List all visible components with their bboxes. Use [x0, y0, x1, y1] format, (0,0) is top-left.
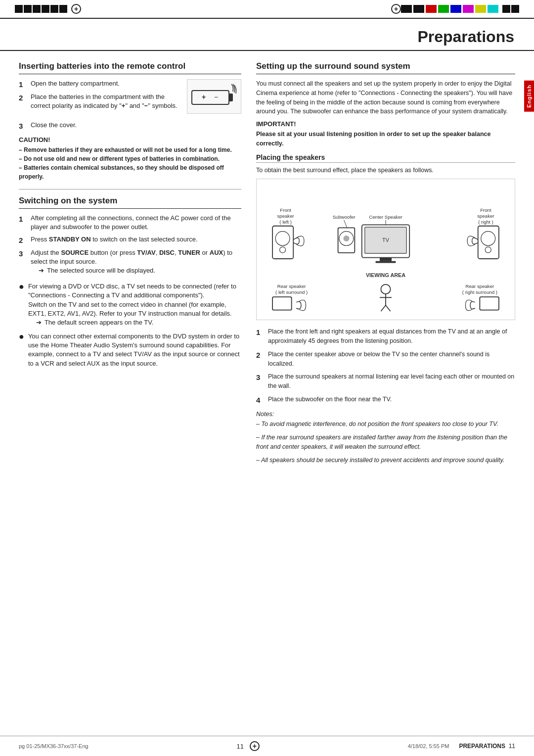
note-3: – All speakers should be securely instal… [256, 456, 515, 465]
switching-arrow-1: ➔ The selected source will be displayed. [39, 266, 241, 275]
svg-text:( left ): ( left ) [279, 219, 292, 225]
english-tab: English [524, 81, 534, 112]
color-block-magenta [463, 5, 474, 13]
black-blocks-right [502, 5, 519, 13]
top-bar-left: + [0, 0, 267, 18]
main-content: Inserting batteries into the remote cont… [0, 51, 534, 469]
crosshair-right: + [391, 4, 401, 14]
svg-rect-19 [272, 226, 293, 259]
notes-block: Notes: – To avoid magnetic interference,… [256, 411, 515, 465]
color-block-k1 [401, 5, 412, 13]
svg-text:( right surround ): ( right surround ) [462, 289, 497, 295]
black-block-2 [24, 5, 32, 13]
svg-text:Rear speaker: Rear speaker [465, 284, 494, 289]
placing-intro: To obtain the best surround effect, plac… [256, 166, 515, 175]
black-block-1 [15, 5, 23, 13]
top-bar-right: + [267, 0, 534, 18]
svg-point-21 [280, 247, 286, 253]
svg-text:( right ): ( right ) [478, 219, 493, 225]
svg-text:VIEWING AREA: VIEWING AREA [366, 273, 405, 279]
color-blocks-right [401, 5, 498, 13]
switching-section-title: Switching on the system [19, 195, 241, 209]
svg-point-15 [343, 236, 349, 241]
svg-text:−: − [214, 93, 218, 101]
switching-step-1: 1 After completing all the connections, … [19, 214, 241, 232]
switching-steps: 1 After completing all the connections, … [19, 214, 241, 277]
black-blocks-left [15, 5, 67, 13]
important-title: IMPORTANT! [256, 120, 515, 128]
placing-step-4: 4 Place the subwoofer on the floor near … [256, 395, 515, 406]
battery-image: + − [187, 79, 241, 114]
section-switching: Switching on the system 1 After completi… [19, 195, 241, 368]
svg-text:Rear speaker: Rear speaker [277, 284, 307, 289]
important-block: IMPORTANT! Please sit at your usual list… [256, 120, 515, 148]
svg-point-20 [275, 232, 290, 246]
svg-point-27 [485, 247, 491, 253]
footer-label: PREPARATIONS 11 [459, 743, 515, 750]
color-block-cyan [488, 5, 498, 13]
bottom-bar: pg 01-25/MX36-37xx/37-Eng 11 + 4/18/02, … [0, 736, 534, 756]
color-block-red [426, 5, 437, 13]
caution-line-1: – Remove batteries if they are exhausted… [19, 145, 241, 154]
speaker-diagram-svg: TV Center Speaker Subwoofer Front [261, 183, 511, 314]
batteries-section-title: Inserting batteries into the remote cont… [19, 61, 241, 74]
left-column: Inserting batteries into the remote cont… [19, 51, 241, 469]
battery-svg: + − [189, 82, 239, 111]
file-ref: pg 01-25/MX36-37xx/37-Eng [19, 743, 89, 749]
batteries-step-1: 1 Open the battery compartment. [19, 79, 182, 90]
color-block-green [438, 5, 449, 13]
svg-rect-36 [272, 297, 292, 310]
svg-rect-39 [480, 297, 499, 310]
switching-bullet-1: ● For viewing a DVD or VCD disc, a TV se… [19, 282, 241, 329]
svg-rect-0 [192, 91, 229, 104]
black-block-3 [33, 5, 41, 13]
right-column: English Setting up the surround sound sy… [256, 51, 515, 469]
color-block-k2 [413, 5, 424, 13]
svg-rect-7 [380, 258, 392, 261]
batteries-step-3: 3 Close the cover. [19, 121, 241, 131]
crosshair-bottom: + [250, 741, 260, 751]
note-2: – If the rear surround speakers are inst… [256, 433, 515, 452]
caution-line-2: – Do not use old and new or different ty… [19, 154, 241, 163]
caution-block: CAUTION! – Remove batteries if they are … [19, 136, 241, 181]
page-title-area: Preparations [0, 19, 534, 51]
color-block-blue [450, 5, 461, 13]
caution-title: CAUTION! [19, 136, 241, 143]
black-block-4 [42, 5, 49, 13]
svg-text:+: + [202, 93, 206, 101]
black-block-5 [50, 5, 58, 13]
surround-intro: You must connect all the speakers and se… [256, 79, 515, 116]
switching-step-3: 3 Adjust the SOURCE button (or press TV/… [19, 248, 241, 278]
svg-rect-25 [478, 226, 499, 259]
placing-step-3: 3 Place the surround speakers at normal … [256, 372, 515, 391]
svg-point-29 [381, 284, 390, 294]
crosshair-left: + [71, 4, 81, 14]
placing-step-1: 1 Place the front left and right speaker… [256, 327, 515, 346]
black-block-r1 [502, 5, 510, 13]
section-batteries: Inserting batteries into the remote cont… [19, 61, 241, 181]
color-block-yellow [475, 5, 486, 13]
switching-bullets: ● For viewing a DVD or VCD disc, a TV se… [19, 282, 241, 368]
speaker-diagram: TV Center Speaker Subwoofer Front [256, 179, 515, 320]
page-title: Preparations [417, 28, 514, 46]
svg-text:speaker: speaker [477, 213, 494, 219]
svg-text:speaker: speaker [277, 213, 294, 219]
batteries-step3-list: 3 Close the cover. [19, 121, 241, 131]
placing-steps: 1 Place the front left and right speaker… [256, 327, 515, 406]
svg-text:TV: TV [382, 237, 390, 243]
switching-bullet-1-arrow: ➔ The default screen appears on the TV. [36, 318, 241, 327]
switching-step-2: 2 Press STANDBY ON to switch on the last… [19, 235, 241, 245]
note-1: – To avoid magnetic interference, do not… [256, 420, 515, 429]
batteries-step-2: 2 Place the batteries in the compartment… [19, 93, 182, 110]
section-divider-1 [19, 189, 241, 189]
svg-rect-1 [229, 94, 233, 101]
notes-title: Notes: [256, 411, 515, 418]
placing-step-2: 2 Place the center speaker above or belo… [256, 350, 515, 369]
svg-text:Front: Front [480, 207, 491, 213]
placing-speakers-title: Placing the speakers [256, 153, 515, 163]
surround-section-title: Setting up the surround sound system [256, 61, 515, 74]
svg-rect-8 [376, 261, 396, 263]
black-block-r2 [511, 5, 519, 13]
svg-text:Front: Front [280, 207, 291, 213]
svg-text:( left surround ): ( left surround ) [275, 289, 308, 295]
